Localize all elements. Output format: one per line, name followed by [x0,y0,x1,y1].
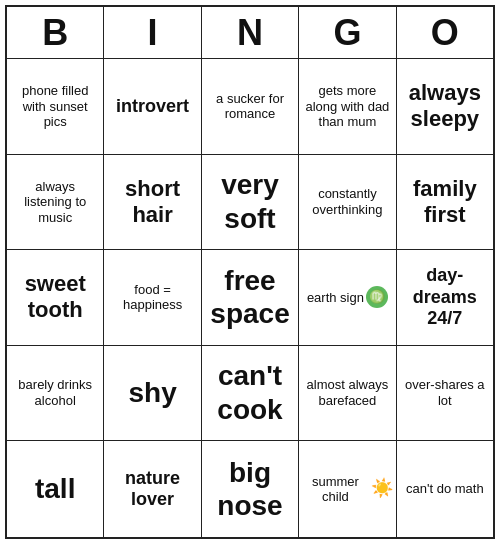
sun-icon: ☀️ [371,478,393,500]
bingo-cell: nature lover [104,441,201,537]
bingo-grid: phone filled with sunset picsintroverta … [7,59,493,537]
bingo-cell: shy [104,346,201,442]
header-letter: I [104,7,201,59]
bingo-cell: barely drinks alcohol [7,346,104,442]
bingo-cell: a sucker for romance [202,59,299,155]
bingo-cell: free space [202,250,299,346]
bingo-cell: always sleepy [397,59,493,155]
bingo-row: barely drinks alcoholshycan't cookalmost… [7,346,493,442]
bingo-cell: summer child ☀️ [299,441,396,537]
header-letter: O [397,7,493,59]
bingo-row: always listening to musicshort hairvery … [7,155,493,251]
bingo-cell: tall [7,441,104,537]
bingo-cell: gets more along with dad than mum [299,59,396,155]
bingo-cell: over-shares a lot [397,346,493,442]
bingo-cell: can't cook [202,346,299,442]
bingo-row: sweet toothfood = happinessfree spaceear… [7,250,493,346]
bingo-cell: short hair [104,155,201,251]
bingo-cell: constantly overthinking [299,155,396,251]
bingo-cell: big nose [202,441,299,537]
bingo-cell: phone filled with sunset pics [7,59,104,155]
bingo-cell: introvert [104,59,201,155]
bingo-cell: food = happiness [104,250,201,346]
header-letter: N [202,7,299,59]
bingo-row: phone filled with sunset picsintroverta … [7,59,493,155]
bingo-cell: can't do math [397,441,493,537]
header-letter: G [299,7,396,59]
bingo-row: tallnature loverbig nosesummer child ☀️c… [7,441,493,537]
bingo-cell: always listening to music [7,155,104,251]
bingo-cell: sweet tooth [7,250,104,346]
bingo-cell: almost always barefaced [299,346,396,442]
bingo-cell: day-dreams 24/7 [397,250,493,346]
virgo-icon: ♍ [366,286,388,308]
bingo-card: BINGO phone filled with sunset picsintro… [5,5,495,539]
bingo-cell: very soft [202,155,299,251]
bingo-cell: earth sign ♍ [299,250,396,346]
bingo-cell: family first [397,155,493,251]
header-letter: B [7,7,104,59]
bingo-header: BINGO [7,7,493,59]
